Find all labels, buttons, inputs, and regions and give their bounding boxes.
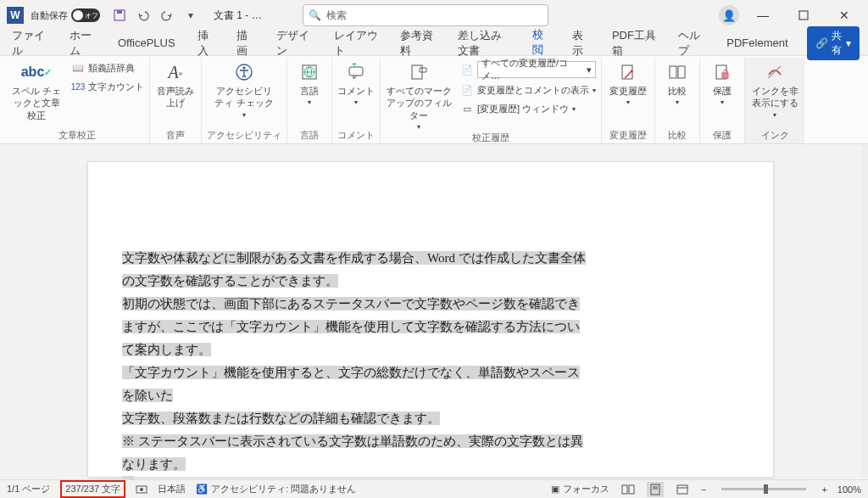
status-macro[interactable]	[136, 484, 147, 495]
group-changes: 変更履歴 ▾ 変更履歴	[602, 58, 655, 143]
tab-draw[interactable]: 描画	[233, 25, 258, 62]
changes-icon	[617, 61, 639, 83]
chevron-down-icon: ▾	[308, 98, 311, 107]
maximize-button[interactable]	[787, 2, 821, 29]
tab-file[interactable]: ファイル	[8, 25, 51, 62]
redo-button[interactable]	[159, 8, 175, 23]
chevron-down-icon: ▾	[676, 98, 679, 107]
spelling-button[interactable]: abc✓ スペル チェックと文章校正	[10, 61, 63, 121]
svg-point-14	[631, 70, 633, 73]
a11y-icon	[233, 61, 255, 83]
wordcount-button[interactable]: 123文字カウント	[71, 80, 144, 93]
protect-button[interactable]: 保護 ▾	[705, 61, 739, 108]
tab-layout[interactable]: レイアウト	[331, 25, 381, 62]
show-markup-icon: 📄	[460, 83, 474, 97]
chevron-down-icon: ▾	[572, 105, 576, 113]
tab-home[interactable]: ホーム	[66, 25, 99, 62]
focus-mode-button[interactable]: ▣フォーカス	[551, 483, 609, 495]
svg-rect-12	[420, 68, 426, 72]
a11y-status-icon: ♿	[196, 484, 208, 495]
print-layout-button[interactable]	[647, 482, 664, 497]
group-tracking: すべてのマークアップのフィルター ▾ 📄 すべての変更履歴/コメ…▾ 📄変更履歴…	[381, 58, 602, 143]
tab-pdftools[interactable]: PDF工具箱	[609, 25, 659, 62]
zoom-level[interactable]: 100%	[837, 484, 861, 495]
a11y-check-button[interactable]: アクセシビリティ チェック ▾	[214, 61, 274, 120]
chevron-down-icon: ▾	[773, 111, 776, 120]
comment-button[interactable]: + コメント ▾	[337, 61, 375, 108]
readaloud-icon: A»	[164, 61, 186, 83]
scrollbar[interactable]	[861, 144, 868, 478]
compare-button[interactable]: 比較 ▾	[660, 61, 694, 108]
status-wordcount[interactable]: 237/237 文字	[60, 480, 125, 498]
toggle-off-icon[interactable]: オフ	[71, 8, 100, 22]
svg-rect-15	[670, 66, 676, 78]
tab-design[interactable]: デザイン	[273, 25, 315, 62]
svg-rect-1	[117, 10, 122, 14]
minimize-button[interactable]: —	[746, 2, 780, 29]
body-text[interactable]: 文字数や体裁などに制限がある文書を作成する場合、Word では作成した文書全体の…	[122, 247, 588, 498]
close-button[interactable]: ✕	[827, 2, 861, 29]
tab-officeplus[interactable]: OfficePLUS	[114, 33, 179, 53]
tab-view[interactable]: 表示	[569, 25, 593, 62]
window-icon: ▭	[460, 102, 474, 115]
zoom-out-button[interactable]: −	[701, 484, 706, 495]
document-area: 文字数や体裁などに制限がある文書を作成する場合、Word では作成した文書全体の…	[0, 144, 861, 478]
ink-icon	[764, 61, 786, 83]
qat-dropdown-icon[interactable]: ▾	[183, 8, 198, 23]
svg-rect-16	[678, 66, 685, 78]
tab-help[interactable]: ヘルプ	[675, 25, 708, 62]
compare-icon	[666, 61, 688, 83]
markup-filter-button[interactable]: すべてのマークアップのフィルター ▾	[386, 61, 452, 131]
chevron-down-icon: ▾	[721, 98, 724, 107]
search-placeholder: 検索	[326, 8, 347, 23]
changes-button[interactable]: 変更履歴 ▾	[607, 61, 649, 108]
word-icon: W	[7, 7, 24, 24]
comment-icon: +	[345, 61, 367, 83]
thesaurus-button[interactable]: 📖類義語辞典	[71, 61, 144, 75]
autosave-toggle[interactable]: 自動保存 オフ	[31, 8, 100, 22]
status-a11y[interactable]: ♿アクセシビリティ: 問題ありません	[196, 483, 356, 495]
group-speech: A» 音声読み上げ 音声	[150, 58, 202, 143]
group-protect: 保護 ▾ 保護	[700, 58, 745, 143]
markup-icon	[408, 61, 430, 83]
tab-pdfelement[interactable]: PDFelement	[723, 33, 791, 53]
status-page[interactable]: 1/1 ページ	[7, 483, 50, 495]
share-button[interactable]: 🔗 共有 ▾	[807, 26, 860, 60]
share-icon: 🔗	[815, 37, 828, 49]
zoom-slider[interactable]	[721, 488, 806, 490]
readaloud-button[interactable]: A» 音声読み上げ	[155, 61, 196, 109]
svg-rect-21	[622, 485, 627, 494]
group-a11y: アクセシビリティ チェック ▾ アクセシビリティ	[202, 58, 287, 143]
svg-rect-26	[677, 485, 687, 494]
group-ink: インクを非表示にする ▾ インク	[745, 58, 804, 143]
read-mode-button[interactable]	[620, 482, 637, 497]
spelling-icon: abc✓	[25, 61, 47, 83]
quick-access-toolbar: ▾	[112, 8, 198, 23]
tracking-combo[interactable]: 📄 すべての変更履歴/コメ…▾	[460, 61, 596, 78]
show-markup-button[interactable]: 📄変更履歴とコメントの表示▾	[460, 83, 596, 97]
undo-button[interactable]	[136, 8, 151, 23]
group-label: 文章校正	[58, 129, 96, 143]
group-compare: 比較 ▾ 比較	[655, 58, 700, 143]
search-input[interactable]: 🔍 検索	[303, 4, 548, 26]
page[interactable]: 文字数や体裁などに制限がある文書を作成する場合、Word では作成した文書全体の…	[87, 161, 774, 478]
hide-ink-button[interactable]: インクを非表示にする ▾	[750, 61, 799, 120]
tab-mailings[interactable]: 差し込み文書	[454, 25, 515, 62]
tracking-window-button[interactable]: ▭[変更履歴] ウィンドウ▾	[460, 102, 596, 115]
save-button[interactable]	[112, 8, 127, 23]
language-button[interactable]: 言語 ▾	[292, 61, 326, 108]
chevron-down-icon: ▾	[593, 87, 596, 94]
svg-rect-2	[799, 11, 808, 20]
account-button[interactable]: 👤	[719, 5, 739, 25]
svg-point-4	[243, 67, 246, 70]
status-language[interactable]: 日本語	[158, 483, 186, 495]
thesaurus-icon: 📖	[71, 61, 85, 75]
svg-rect-23	[651, 484, 659, 495]
chevron-down-icon: ▾	[626, 98, 630, 107]
tab-references[interactable]: 参考資料	[397, 25, 439, 62]
svg-text:+: +	[352, 63, 357, 69]
svg-point-20	[140, 488, 143, 491]
zoom-in-button[interactable]: +	[821, 484, 826, 495]
tab-insert[interactable]: 挿入	[194, 25, 219, 62]
web-layout-button[interactable]	[674, 482, 691, 497]
